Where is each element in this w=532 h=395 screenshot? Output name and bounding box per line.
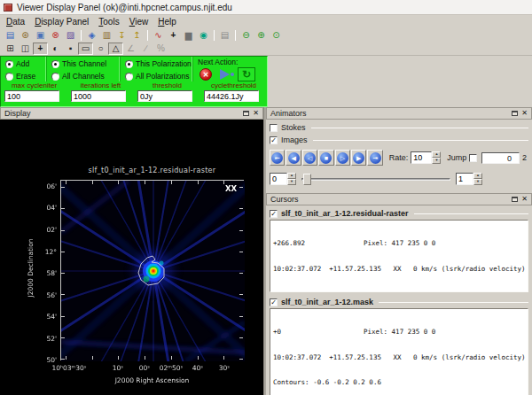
play-forward-button[interactable]: ▷ — [335, 150, 350, 166]
menu-display-panel[interactable]: Display Panel — [31, 16, 95, 27]
slider-handle[interactable] — [303, 174, 311, 185]
residual-raster-image[interactable] — [61, 181, 245, 361]
radio-all-channels[interactable]: All Channels — [51, 71, 120, 81]
images-checkbox[interactable]: ✓ — [270, 136, 278, 144]
spin-up-icon[interactable]: ▲ — [473, 173, 482, 179]
play-reverse-button[interactable]: ◁ — [302, 150, 317, 166]
shape-manager-icon[interactable]: ◉ — [196, 29, 211, 42]
stretch-tool-icon[interactable]: ◫ — [18, 43, 33, 55]
cyclethreshold-input[interactable] — [204, 90, 259, 102]
first-frame-button[interactable]: ⇤ — [270, 150, 285, 166]
data-manager-icon[interactable]: ▤ — [3, 29, 18, 42]
last-frame-button[interactable]: ⇥ — [367, 150, 382, 166]
ellipse-tool-icon[interactable]: ○ — [93, 43, 108, 55]
tick-mark — [223, 356, 224, 360]
stokes-checkbox[interactable] — [270, 124, 278, 132]
tick-mark — [118, 181, 119, 184]
colormap-tool-icon[interactable]: ◐ — [48, 43, 63, 55]
zoom-tool-icon[interactable]: ⊞ — [3, 43, 18, 55]
menu-view[interactable]: View — [126, 16, 155, 27]
tick-mark — [61, 252, 65, 252]
new-panel-icon[interactable]: ◈ — [84, 29, 99, 42]
close-panel-icon[interactable]: ✕ — [521, 110, 528, 117]
radio-erase[interactable]: Erase — [5, 71, 46, 81]
spectral-profile-icon[interactable]: ∿ — [151, 29, 166, 42]
radio-add-circle[interactable] — [5, 60, 13, 68]
radio-this-polarization[interactable]: This Polarization — [125, 58, 192, 69]
close-image-icon[interactable]: ⊗ — [48, 29, 63, 42]
radio-this-channel[interactable]: This Channel — [51, 58, 120, 69]
point-tool-icon[interactable]: ▪ — [63, 43, 78, 55]
display-header: Display ✕ — [0, 107, 263, 120]
continue-clean-button[interactable] — [220, 69, 230, 80]
zoom-fit-icon[interactable]: ⊙ — [269, 29, 284, 42]
app-icon — [4, 4, 12, 12]
cursors-panel: Cursors ✕ ✓ slf_t0_init_ar_1-12.residual… — [266, 193, 532, 395]
image-display[interactable]: slf_t0_init_ar_1-12.residual-raster — [0, 120, 263, 395]
tick-mark — [61, 187, 65, 188]
menu-tools[interactable]: Tools — [95, 16, 125, 27]
canvas-manager-icon[interactable]: ▥ — [99, 29, 114, 42]
image-title: slf_t0_init_ar_1-12.residual-raster — [60, 167, 244, 174]
restore-image-icon[interactable]: ↥ — [129, 29, 145, 42]
frame-current-input[interactable] — [270, 173, 287, 185]
polygon-tool-icon[interactable]: △ — [108, 43, 123, 55]
jump-field[interactable]: 0 — [481, 152, 520, 164]
close-panel-icon[interactable]: ✕ — [253, 110, 259, 117]
menu-data[interactable]: Data — [3, 16, 31, 27]
spin-up-icon[interactable]: ▲ — [432, 151, 441, 158]
step-back-button[interactable]: ◀ — [286, 150, 301, 166]
zoom-out-icon[interactable]: ⊖ — [239, 29, 254, 42]
ytick-label: 04' — [16, 204, 57, 212]
tracker-checkbox[interactable]: ✓ — [270, 298, 278, 306]
float-panel-icon[interactable] — [512, 197, 518, 202]
radio-this-polarization-circle[interactable] — [125, 60, 133, 68]
stop-clean-button[interactable]: ✕ — [200, 68, 212, 81]
tick-mark — [61, 273, 65, 274]
rate-input[interactable] — [411, 151, 432, 164]
spin-down-icon[interactable]: ▼ — [432, 158, 441, 164]
radio-this-channel-circle[interactable] — [51, 60, 59, 68]
toolbar-separator — [214, 30, 215, 41]
jump-checkbox[interactable] — [469, 154, 477, 162]
max-cycleniter-input[interactable] — [4, 90, 59, 102]
plot-frame[interactable]: XX — [60, 180, 244, 360]
radio-all-polarizations[interactable]: All Polarizations — [125, 71, 192, 81]
refresh-clean-button[interactable]: ↻ — [238, 67, 255, 81]
spin-up-icon[interactable]: ▲ — [287, 173, 296, 179]
data-options-icon[interactable]: ⊛ — [18, 29, 33, 42]
float-panel-icon[interactable] — [512, 111, 518, 116]
spin-down-icon[interactable]: ▼ — [473, 179, 482, 185]
stop-play-button[interactable]: ■ — [318, 150, 333, 166]
step-forward-button[interactable]: ▶ — [351, 150, 366, 166]
frame-last-spinbox[interactable]: ▲▼ — [456, 173, 482, 185]
tracker-checkbox[interactable]: ✓ — [270, 210, 278, 218]
threshold-input[interactable] — [137, 90, 192, 102]
zoom-in-icon[interactable]: ⊕ — [254, 29, 269, 42]
radio-add[interactable]: Add — [5, 58, 46, 69]
spin-down-icon[interactable]: ▼ — [287, 179, 296, 185]
radio-all-channels-circle[interactable] — [51, 73, 59, 81]
histogram-icon[interactable]: ▆ — [181, 29, 196, 42]
image-check-icon[interactable]: ▨ — [63, 29, 78, 42]
fit-window-icon[interactable]: + — [166, 29, 181, 42]
frame-current-spinbox[interactable]: ▲▼ — [270, 173, 296, 185]
main-content: Display ✕ slf_t0_init_ar_1-12.residual-r… — [0, 107, 532, 395]
rectangle-tool-icon[interactable]: ▭ — [78, 43, 93, 55]
radio-erase-circle[interactable] — [5, 73, 13, 81]
tick-mark — [239, 359, 243, 360]
close-panel-icon[interactable]: ✕ — [521, 196, 528, 203]
float-panel-icon[interactable] — [243, 111, 249, 116]
pan-tool-icon[interactable]: + — [33, 43, 48, 55]
radio-all-polarizations-circle[interactable] — [125, 73, 133, 81]
iterations-left-input[interactable] — [71, 90, 126, 102]
tick-mark — [239, 273, 243, 274]
print-icon[interactable]: ▤ — [217, 29, 232, 42]
region-manager-icon[interactable]: ▣ — [33, 29, 48, 42]
frame-last-input[interactable] — [456, 173, 473, 185]
save-image-icon[interactable]: ↧ — [114, 29, 129, 42]
frame-slider[interactable] — [301, 173, 450, 185]
menu-help[interactable]: Help — [154, 16, 183, 27]
rate-spinbox[interactable]: ▲▼ — [411, 151, 441, 164]
tracker-residual-raster: ✓ slf_t0_init_ar_1-12.residual-raster +2… — [270, 207, 528, 292]
